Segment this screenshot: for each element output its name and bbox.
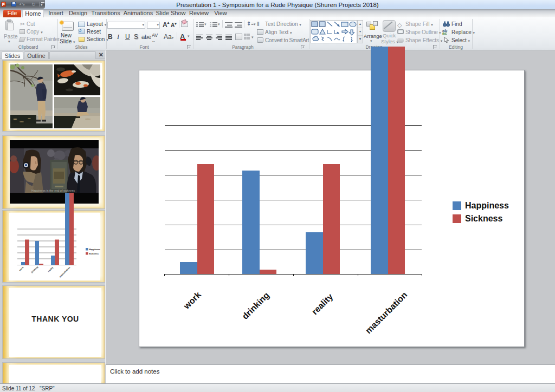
svg-text:work: work xyxy=(18,266,24,272)
svg-text:reality: reality xyxy=(47,266,54,273)
svg-text:Happiness: Happiness xyxy=(89,248,100,251)
svg-text:Sickness: Sickness xyxy=(89,252,99,255)
svg-text:masturbation: masturbation xyxy=(59,266,71,278)
svg-text:drinking: drinking xyxy=(30,265,39,274)
svg-text:Happiness is the end of sickne: Happiness is the end of sickness xyxy=(31,189,75,192)
